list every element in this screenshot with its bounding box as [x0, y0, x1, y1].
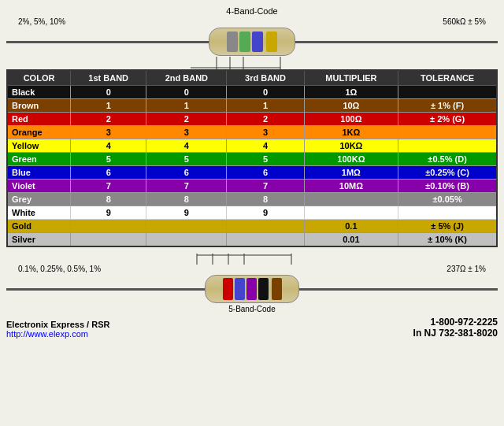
band1-cell: 4 [71, 139, 146, 153]
bottom-resistor-diagram [6, 275, 498, 303]
band2-cell: 4 [146, 139, 227, 153]
band3-cell [227, 233, 304, 247]
color-cell: Black [7, 86, 71, 99]
multiplier-cell [304, 206, 398, 220]
band1-cell: 3 [71, 126, 146, 139]
band1-cell: 5 [71, 153, 146, 166]
tolerance-cell [398, 139, 497, 153]
band2-cell: 5 [146, 153, 227, 166]
band2-cell: 6 [146, 166, 227, 180]
top-resistor-diagram [6, 28, 498, 56]
color-cell: Green [7, 153, 71, 166]
phone1: 1-800-972-2225 [413, 317, 498, 328]
band2-cell: 3 [146, 126, 227, 139]
tolerance-cell [398, 206, 497, 220]
color-cell: Blue [7, 166, 71, 180]
color-cell: Orange [7, 126, 71, 139]
footer: Electronix Express / RSR http://www.elex… [6, 317, 498, 339]
tolerance-cell: ± 10% (K) [398, 233, 497, 247]
top-section: 4-Band-Code 2%, 5%, 10% 560kΩ ± 5% [6, 6, 498, 69]
tolerance-cell: ± 2% (G) [398, 113, 497, 126]
band3-cell: 3 [227, 126, 304, 139]
multiplier-cell: 10KΩ [304, 139, 398, 153]
header-1st-band: 1st BAND [71, 70, 146, 86]
color-code-table: COLOR 1st BAND 2nd BAND 3rd BAND MULTIPL… [6, 69, 498, 247]
tolerance-cell: ±0.05% [398, 193, 497, 206]
band1-cell: 6 [71, 166, 146, 180]
color-cell: Red [7, 113, 71, 126]
band1-cell: 0 [71, 86, 146, 99]
table-row: Brown11110Ω± 1% (F) [7, 99, 497, 113]
multiplier-cell: 1Ω [304, 86, 398, 99]
color-cell: Gold [7, 220, 71, 233]
table-row: Green555100KΩ±0.5% (D) [7, 153, 497, 166]
band3-cell: 8 [227, 193, 304, 206]
table-row: Black0001Ω [7, 86, 497, 99]
tolerance-cell: ±0.5% (D) [398, 153, 497, 166]
tolerance-cell [398, 86, 497, 99]
website-link[interactable]: http://www.elexp.com [6, 329, 109, 339]
multiplier-cell: 100Ω [304, 113, 398, 126]
header-2nd-band: 2nd BAND [146, 70, 227, 86]
bottom-resistor-label: 5-Band-Code [6, 305, 498, 313]
band1-cell: 2 [71, 113, 146, 126]
company-name: Electronix Express / RSR [6, 320, 109, 329]
band3-cell [227, 220, 304, 233]
band2-cell: 8 [146, 193, 227, 206]
tolerance-cell: ± 1% (F) [398, 99, 497, 113]
band2-cell: 0 [146, 86, 227, 99]
band1-cell: 7 [71, 180, 146, 193]
table-row: Red222100Ω± 2% (G) [7, 113, 497, 126]
table-row: Orange3331KΩ [7, 126, 497, 139]
tolerance-cell: ±0.10% (B) [398, 180, 497, 193]
band3-cell: 4 [227, 139, 304, 153]
band1-cell: 8 [71, 193, 146, 206]
band2-cell [146, 220, 227, 233]
bottom-resistor-body [205, 275, 299, 303]
band2-cell: 7 [146, 180, 227, 193]
band2-cell: 1 [146, 99, 227, 113]
band3-cell: 7 [227, 180, 304, 193]
top-resistor-label: 4-Band-Code [6, 6, 498, 16]
table-row: Gold0.1± 5% (J) [7, 220, 497, 233]
color-cell: Silver [7, 233, 71, 247]
top-resistor-body [209, 28, 295, 56]
table-row: Violet77710MΩ±0.10% (B) [7, 180, 497, 193]
bottom-left-annotation: 0.1%, 0.25%, 0.5%, 1% [18, 265, 101, 273]
tolerance-cell: ±0.25% (C) [398, 166, 497, 180]
header-color: COLOR [7, 70, 71, 86]
multiplier-cell: 1MΩ [304, 166, 398, 180]
table-row: Silver0.01± 10% (K) [7, 233, 497, 247]
color-cell: Yellow [7, 139, 71, 153]
table-row: White999 [7, 206, 497, 220]
color-cell: Grey [7, 193, 71, 206]
header-multiplier: MULTIPLIER [304, 70, 398, 86]
color-cell: White [7, 206, 71, 220]
band3-cell: 9 [227, 206, 304, 220]
band1-cell [71, 220, 146, 233]
multiplier-cell: 100KΩ [304, 153, 398, 166]
band3-cell: 2 [227, 113, 304, 126]
phone2: In NJ 732-381-8020 [413, 328, 498, 339]
multiplier-cell: 10MΩ [304, 180, 398, 193]
multiplier-cell: 0.1 [304, 220, 398, 233]
multiplier-cell: 0.01 [304, 233, 398, 247]
header-3rd-band: 3rd BAND [227, 70, 304, 86]
table-row: Yellow44410KΩ [7, 139, 497, 153]
table-row: Grey888±0.05% [7, 193, 497, 206]
table-row: Blue6661MΩ±0.25% (C) [7, 166, 497, 180]
color-cell: Violet [7, 180, 71, 193]
band3-cell: 5 [227, 153, 304, 166]
top-left-annotation: 2%, 5%, 10% [18, 17, 65, 26]
multiplier-cell [304, 193, 398, 206]
band2-cell: 9 [146, 206, 227, 220]
tolerance-cell [398, 126, 497, 139]
tolerance-cell: ± 5% (J) [398, 220, 497, 233]
band1-cell: 1 [71, 99, 146, 113]
color-cell: Brown [7, 99, 71, 113]
multiplier-cell: 1KΩ [304, 126, 398, 139]
band3-cell: 6 [227, 166, 304, 180]
top-right-annotation: 560kΩ ± 5% [443, 17, 486, 26]
bottom-section: 0.1%, 0.25%, 0.5%, 1% 237Ω ± 1% 5-Band-C… [6, 254, 498, 313]
band2-cell [146, 233, 227, 247]
